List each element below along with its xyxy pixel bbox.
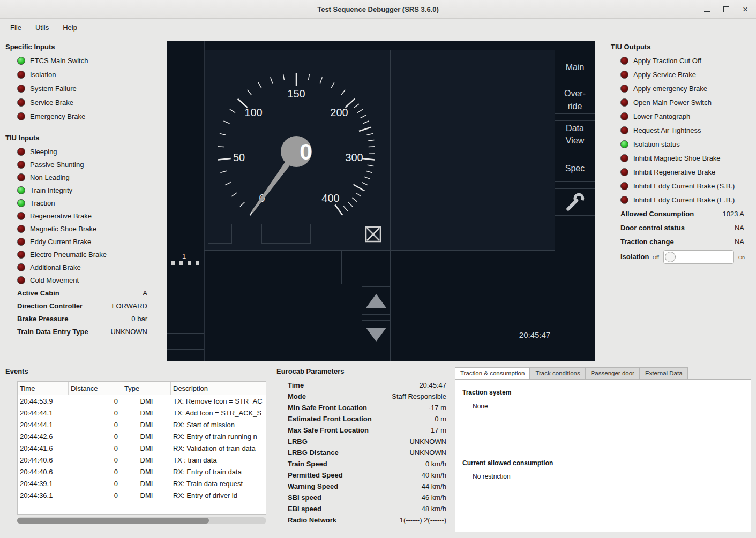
param-label: Max Safe Front Location (288, 426, 369, 434)
input-row[interactable]: Additional Brake (17, 262, 81, 272)
led-label: Sleeping (30, 148, 57, 156)
led-label: Apply Traction Cut Off (633, 57, 701, 65)
dmi-button-spec[interactable]: Spec (555, 155, 595, 182)
led-label: Lower Pantograph (633, 112, 690, 120)
led-label: Emergency Brake (30, 112, 85, 120)
input-row[interactable]: ETCS Main Switch (17, 55, 88, 66)
event-distance: 0 (69, 421, 122, 429)
input-row[interactable]: Passive Shunting (17, 159, 84, 170)
input-row[interactable]: Train Integrity (17, 185, 72, 195)
tab-traction-consumption[interactable]: Traction & consumption (455, 367, 530, 379)
dmi-button-override[interactable]: Over- ride (555, 86, 595, 114)
isolation-switch[interactable] (663, 250, 734, 264)
input-row[interactable]: Cold Movement (17, 275, 79, 285)
event-row[interactable]: 20:44:53.90DMITX: Remove Icon = STR_AC (18, 395, 266, 407)
event-type: DMI (122, 480, 171, 488)
event-time: 20:44:53.9 (18, 397, 69, 405)
event-row[interactable]: 20:44:44.10DMIRX: Start of mission (18, 419, 266, 430)
param-label: EBI speed (288, 505, 321, 513)
input-row[interactable]: Service Brake (17, 97, 73, 108)
dmi-sub-cell (294, 224, 311, 244)
menu-file[interactable]: File (5, 21, 26, 34)
column-header-time[interactable]: Time (18, 382, 69, 395)
event-row[interactable]: 20:44:41.60DMIRX: Validation of train da… (18, 442, 266, 454)
eurocab-row: Train Speed0 km/h (288, 458, 446, 469)
column-header-description[interactable]: Description (171, 382, 264, 395)
param-label: Mode (288, 392, 306, 400)
dmi-sub-cell (261, 224, 278, 244)
input-row[interactable]: Regenerative Brake (17, 210, 92, 221)
event-distance: 0 (69, 433, 122, 441)
output-row: Request Air Tightness (620, 125, 701, 135)
event-row[interactable]: 20:44:40.60DMIRX: Entry of train data (18, 466, 266, 478)
tab-track-conditions[interactable]: Track conditions (530, 367, 585, 379)
event-row[interactable]: 20:44:36.10DMIRX: Entry of driver id (18, 489, 266, 501)
event-time: 20:44:40.6 (18, 468, 69, 476)
traction-system-heading: Traction system (462, 389, 511, 396)
input-row[interactable]: Eddy Current Brake (17, 236, 91, 247)
output-row: Lower Pantograph (620, 111, 690, 122)
scroll-down-button[interactable] (362, 320, 390, 348)
led-label: Regenerative Brake (30, 212, 92, 220)
wrench-icon (564, 191, 586, 214)
input-row[interactable]: System Failure (17, 83, 77, 94)
close-button[interactable]: × (739, 3, 752, 16)
input-row[interactable]: Isolation (17, 69, 56, 80)
dmi-button-settings[interactable] (555, 188, 595, 216)
event-row[interactable]: 20:44:39.10DMIRX: Train data request (18, 478, 266, 489)
input-row[interactable]: Traction (17, 198, 55, 208)
output-row: Apply emergency Brake (620, 83, 707, 94)
input-row[interactable]: Magnetic Shoe Brake (17, 223, 96, 234)
column-header-type[interactable]: Type (122, 382, 171, 395)
led-indicator (17, 57, 25, 65)
param-value: 46 km/h (422, 494, 446, 502)
column-header-distance[interactable]: Distance (69, 382, 122, 395)
scrollbar-thumb[interactable] (17, 518, 209, 524)
event-time: 20:44:44.1 (18, 421, 69, 429)
dmi-button-data-view[interactable]: Data View (555, 120, 595, 148)
events-title: Events (5, 367, 28, 375)
input-row[interactable]: Emergency Brake (17, 111, 85, 122)
eurocab-row: LRBG DistanceUNKNOWN (288, 447, 446, 458)
led-label: Cold Movement (30, 276, 79, 284)
field-row-train-data-entry: Train Data Entry TypeUNKNOWN (17, 326, 147, 337)
dmi-button-main[interactable]: Main (555, 54, 595, 81)
output-row: Isolation status (620, 139, 680, 149)
tab-external-data[interactable]: External Data (640, 367, 688, 379)
led-label: System Failure (30, 85, 77, 93)
arrow-down-icon (366, 328, 386, 342)
input-row[interactable]: Non Leading (17, 172, 70, 183)
field-value: A (143, 289, 147, 297)
param-label: LRBG (288, 437, 308, 445)
led-label: Electro Pneumatic Brake (30, 251, 107, 259)
param-label: Warning Speed (288, 482, 338, 490)
dmi-grid-line (167, 333, 204, 334)
tab-passenger-door[interactable]: Passenger door (586, 367, 640, 379)
field-value: 0 bar (131, 315, 147, 323)
minimize-button[interactable] (700, 3, 713, 16)
led-indicator (620, 57, 628, 65)
led-indicator (17, 98, 25, 107)
param-value: UNKNOWN (409, 437, 446, 445)
param-value: 40 km/h (422, 471, 446, 479)
dmi-grid-line (167, 317, 204, 317)
event-description: RX: Entry of driver id (171, 491, 264, 499)
scroll-up-button[interactable] (362, 286, 390, 315)
isolation-switch-knob[interactable] (665, 252, 676, 262)
param-label: Permitted Speed (288, 471, 343, 479)
menu-help[interactable]: Help (58, 21, 82, 34)
maximize-button[interactable] (720, 3, 732, 16)
eurocab-title: Eurocab Parameters (276, 367, 344, 375)
param-value: 0 km/h (425, 460, 446, 468)
event-row[interactable]: 20:44:40.60DMITX : train data (18, 454, 266, 466)
menu-utils[interactable]: Utils (31, 21, 54, 34)
event-row[interactable]: 20:44:42.60DMIRX: Entry of train running… (18, 430, 266, 442)
param-value: 20:45:47 (419, 381, 446, 389)
input-row[interactable]: Sleeping (17, 146, 57, 157)
input-row[interactable]: Electro Pneumatic Brake (17, 249, 107, 260)
param-value: 48 km/h (422, 505, 446, 513)
events-horizontal-scrollbar[interactable] (17, 517, 266, 524)
event-time: 20:44:39.1 (18, 480, 69, 488)
event-row[interactable]: 20:44:44.10DMITX: Add Icon = STR_ACK_S (18, 407, 266, 419)
dial-label: 400 (321, 192, 339, 204)
